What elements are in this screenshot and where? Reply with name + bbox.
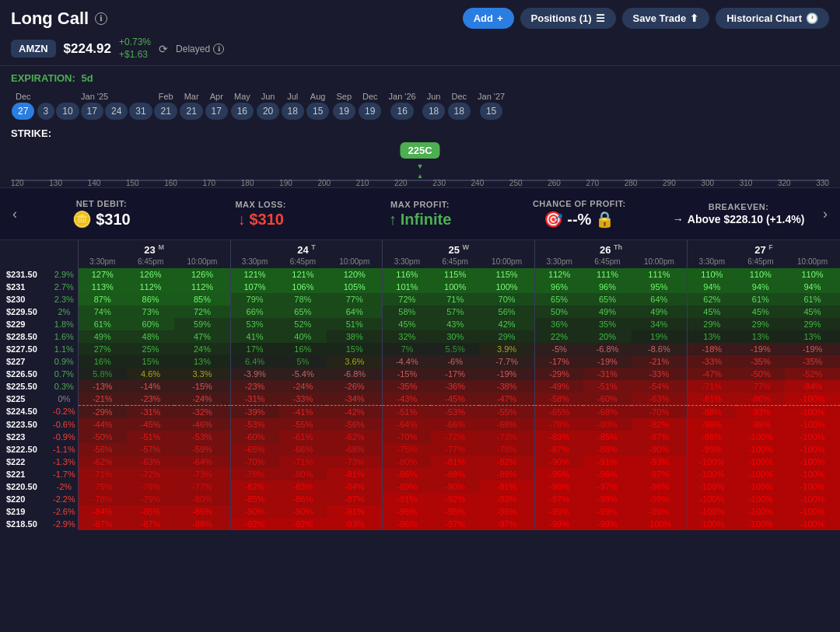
- date-btn-apr17[interactable]: 17: [205, 103, 228, 120]
- value-cell: -57%: [127, 443, 175, 456]
- value-cell: -96%: [583, 468, 632, 480]
- add-button[interactable]: Add +: [463, 8, 514, 29]
- value-cell: -80%: [279, 468, 327, 480]
- value-cell: -89%: [383, 480, 431, 493]
- value-cell: -47%: [687, 368, 736, 380]
- date-btn-17[interactable]: 17: [81, 103, 103, 120]
- value-cell: -72%: [127, 468, 175, 480]
- value-cell: -19%: [583, 355, 632, 368]
- next-arrow[interactable]: ›: [818, 206, 832, 222]
- date-btn-27[interactable]: 27: [12, 103, 34, 120]
- value-cell: 94%: [737, 281, 785, 293]
- chance-of-profit-amount: --%: [567, 211, 591, 229]
- date-btn-aug15[interactable]: 15: [306, 103, 329, 120]
- value-cell: -8.6%: [632, 343, 688, 355]
- date-btn-10[interactable]: 10: [56, 103, 79, 120]
- date-btn-31[interactable]: 31: [129, 103, 152, 120]
- value-cell: -68%: [327, 443, 383, 456]
- value-cell: -97%: [583, 480, 632, 493]
- value-cell: -21%: [632, 355, 688, 368]
- value-cell: 64%: [632, 293, 688, 306]
- pct-cell: -1.1%: [51, 443, 78, 456]
- table-row: $225.500.3%-13%-14%-15%-23%-24%-26%-35%-…: [0, 380, 840, 393]
- value-cell: -13%: [78, 380, 126, 393]
- value-cell: -88%: [583, 443, 632, 456]
- historical-chart-button[interactable]: Historical Chart 🕐: [716, 8, 829, 29]
- value-cell: -100%: [687, 480, 736, 493]
- date-btn-feb21[interactable]: 21: [154, 103, 177, 120]
- value-cell: -71%: [279, 456, 327, 468]
- value-cell: -97%: [479, 518, 535, 530]
- pct-cell: 2.7%: [51, 281, 78, 293]
- value-cell: 72%: [174, 306, 230, 318]
- month-jan25: Jan '25: [76, 90, 113, 103]
- value-cell: -99%: [583, 518, 632, 530]
- table-row: $223.50-0.6%-44%-45%-46%-53%-55%-56%-64%…: [0, 418, 840, 431]
- value-cell: 112%: [535, 268, 583, 281]
- date-group-mar: Mar 21: [180, 90, 204, 120]
- value-cell: -99%: [632, 493, 688, 505]
- value-cell: -64%: [174, 456, 230, 468]
- value-cell: 96%: [535, 281, 583, 293]
- value-cell: -100%: [687, 493, 736, 505]
- save-trade-button[interactable]: Save Trade ⬆: [622, 8, 710, 29]
- value-cell: -91%: [383, 493, 431, 505]
- value-cell: -63%: [632, 393, 688, 406]
- refresh-icon[interactable]: ⟳: [159, 43, 168, 55]
- value-cell: -79%: [127, 493, 175, 505]
- value-cell: -19%: [785, 343, 840, 355]
- value-cell: -55%: [479, 405, 535, 418]
- strike-slider[interactable]: 225C ▼ 120 130 140 150 160 170 180 190 2…: [0, 141, 840, 187]
- date-btn-jul18[interactable]: 18: [282, 103, 304, 120]
- table-row: $220-2.2%-78%-79%-80%-85%-86%-87%-91%-92…: [0, 493, 840, 505]
- value-cell: 62%: [687, 293, 736, 306]
- strike-cell: $224.50: [0, 405, 51, 418]
- date-btn-24[interactable]: 24: [105, 103, 128, 120]
- date-btn-sep19[interactable]: 19: [333, 103, 355, 120]
- value-cell: -53%: [230, 418, 278, 431]
- positions-button[interactable]: Positions (1) ☰: [520, 8, 616, 29]
- date-btn-3[interactable]: 3: [37, 103, 55, 120]
- th-time-10-3: 10:00pm: [479, 257, 535, 268]
- value-cell: 15%: [327, 343, 383, 355]
- table-row: $221-1.7%-71%-72%-73%-78%-80%-81%-86%-88…: [0, 468, 840, 480]
- value-cell: -17%: [431, 368, 479, 380]
- date-btn-jan27-15[interactable]: 15: [480, 103, 502, 120]
- prev-arrow[interactable]: ‹: [8, 206, 22, 222]
- date-btn-jun20[interactable]: 20: [257, 103, 279, 120]
- date-btn-jun26-18[interactable]: 18: [422, 103, 445, 120]
- table-row: $223-0.9%-50%-51%-53%-60%-61%-62%-70%-72…: [0, 431, 840, 443]
- month-may: May: [229, 90, 255, 103]
- date-group-dec: Dec 27: [11, 90, 36, 120]
- value-cell: 50%: [535, 306, 583, 318]
- pct-cell: -2%: [51, 480, 78, 493]
- value-cell: -3.9%: [230, 368, 278, 380]
- value-cell: 47%: [174, 330, 230, 343]
- table-row: $220.50-2%-75%-76%-77%-82%-83%-84%-89%-9…: [0, 480, 840, 493]
- value-cell: -68%: [583, 405, 632, 418]
- value-cell: -84%: [327, 480, 383, 493]
- date-btn-may16[interactable]: 16: [231, 103, 254, 120]
- date-btn-jan26-16[interactable]: 16: [390, 103, 413, 120]
- value-cell: -35%: [383, 380, 431, 393]
- value-cell: -5%: [535, 343, 583, 355]
- value-cell: 24%: [174, 343, 230, 355]
- info-icon[interactable]: ℹ: [95, 12, 107, 25]
- breakeven-value: → Above $228.10 (+1.4%): [659, 213, 818, 225]
- date-group-jun26: Jun 18: [422, 90, 446, 120]
- save-icon: ⬆: [690, 12, 698, 24]
- value-cell: -68%: [479, 418, 535, 431]
- value-cell: 94%: [785, 281, 840, 293]
- time-header-row: 3:30pm 6:45pm 10:00pm 3:30pm 6:45pm 10:0…: [0, 257, 840, 268]
- value-cell: -35%: [737, 355, 785, 368]
- delayed-info-icon[interactable]: ℹ: [213, 44, 224, 54]
- date-btn-dec19[interactable]: 19: [359, 103, 381, 120]
- pct-cell: 0.7%: [51, 368, 78, 380]
- value-cell: 25%: [127, 343, 175, 355]
- value-cell: -15%: [174, 380, 230, 393]
- net-debit-amount: $310: [96, 211, 131, 229]
- date-btn-mar21[interactable]: 21: [180, 103, 202, 120]
- value-cell: -49%: [535, 380, 583, 393]
- month-dec: Dec: [11, 90, 36, 103]
- date-btn-dec26-18[interactable]: 18: [448, 103, 471, 120]
